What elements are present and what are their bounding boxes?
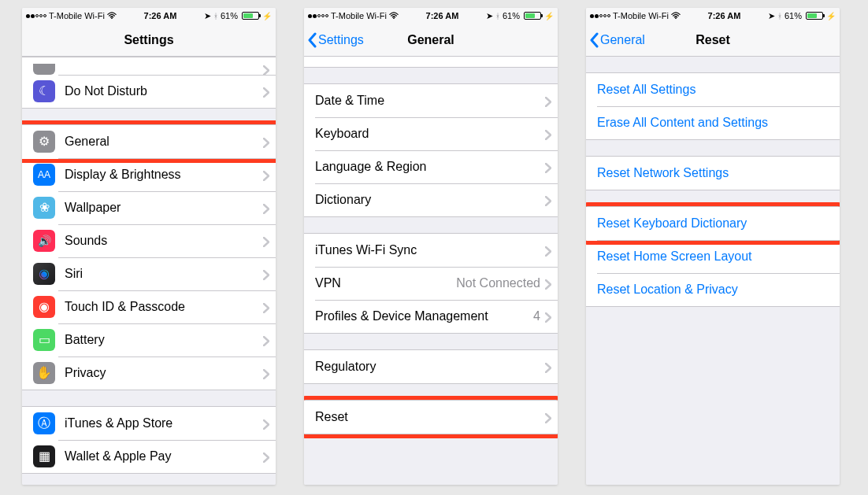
row-label: Reset All Settings (597, 83, 833, 97)
row-touchid[interactable]: ◉ Touch ID & Passcode (22, 290, 276, 323)
nav-bar: General Reset (586, 24, 840, 57)
wifi-icon (107, 12, 117, 20)
chevron-right-icon (263, 419, 269, 429)
row-detail: 4 (533, 309, 540, 323)
table-content: Date & Time Keyboard Language & Region D… (304, 57, 558, 485)
display-icon: AA (33, 164, 55, 186)
row-label: General (65, 135, 263, 149)
nav-title: Reset (696, 33, 730, 47)
chevron-right-icon (263, 269, 269, 279)
row-date-time[interactable]: Date & Time (304, 84, 558, 117)
row-regulatory[interactable]: Regulatory (304, 350, 558, 383)
row-wallpaper[interactable]: ❀ Wallpaper (22, 191, 276, 224)
wallet-icon: ▦ (33, 445, 55, 467)
chevron-right-icon (545, 412, 551, 423)
chevron-right-icon (263, 170, 269, 180)
battery-pct-label: 61% (503, 11, 520, 20)
row-label: Siri (65, 267, 263, 281)
chevron-right-icon (545, 195, 551, 205)
row-itunes-wifi-sync[interactable]: iTunes Wi-Fi Sync (304, 234, 558, 267)
table-content: Control Center ☾ Do Not Disturb ⚙ Genera… (22, 57, 276, 485)
back-button[interactable]: General (589, 24, 645, 56)
row-reset-network[interactable]: Reset Network Settings (586, 157, 840, 190)
row-reset[interactable]: Reset (304, 401, 558, 434)
row-label: Reset Network Settings (597, 166, 833, 180)
location-icon: ➤ (486, 11, 493, 21)
chevron-right-icon (545, 312, 551, 322)
chevron-right-icon (263, 368, 269, 379)
row-sounds[interactable]: 🔊 Sounds (22, 224, 276, 257)
chevron-right-icon (263, 335, 269, 345)
row-vpn[interactable]: VPN Not Connected (304, 267, 558, 300)
row-label: Regulatory (315, 360, 545, 374)
row-label: Do Not Disturb (65, 84, 263, 98)
status-bar: T-Mobile Wi-Fi 7:26 AM ➤ ᚼ 61% ⚡ (304, 8, 558, 24)
chevron-right-icon (263, 236, 269, 246)
nav-title: General (407, 33, 454, 47)
row-wallet[interactable]: ▦ Wallet & Apple Pay (22, 440, 276, 473)
dnd-icon: ☾ (33, 80, 55, 102)
general-icon: ⚙ (33, 131, 55, 153)
row-label: Keyboard (315, 127, 545, 141)
row-erase-all[interactable]: Erase All Content and Settings (586, 106, 840, 139)
row-label: VPN (315, 276, 456, 290)
row-dictionary[interactable]: Dictionary (304, 183, 558, 216)
row-display-brightness[interactable]: AA Display & Brightness (22, 158, 276, 191)
chevron-right-icon (545, 96, 551, 106)
carrier-label: T-Mobile Wi-Fi (331, 11, 387, 20)
row-keyboard[interactable]: Keyboard (304, 117, 558, 150)
sounds-icon: 🔊 (33, 230, 55, 252)
screen-settings: T-Mobile Wi-Fi 7:26 AM ➤ ᚼ 61% ⚡ Setting… (22, 8, 276, 485)
appstore-icon: Ⓐ (33, 412, 55, 434)
row-label: Privacy (65, 366, 263, 380)
row-label: Reset Home Screen Layout (597, 249, 833, 264)
row-language-region[interactable]: Language & Region (304, 150, 558, 183)
back-button[interactable]: Settings (307, 24, 364, 56)
chevron-right-icon (263, 65, 269, 75)
clock-label: 7:26 AM (144, 11, 177, 20)
wifi-icon (389, 12, 399, 20)
battery-pct-label: 61% (221, 11, 238, 20)
row-reset-keyboard-dictionary[interactable]: Reset Keyboard Dictionary (586, 207, 840, 240)
battery-icon: ▭ (33, 329, 55, 351)
row-privacy[interactable]: ✋ Privacy (22, 356, 276, 390)
wallpaper-icon: ❀ (33, 197, 55, 219)
touchid-icon: ◉ (33, 296, 55, 318)
bluetooth-icon: ᚼ (777, 12, 782, 20)
bolt-icon: ⚡ (262, 12, 272, 20)
screen-reset: T-Mobile Wi-Fi 7:26 AM ➤ ᚼ 61% ⚡ General… (586, 8, 840, 485)
nav-bar: Settings (22, 24, 276, 57)
carrier-label: T-Mobile Wi-Fi (49, 11, 105, 20)
row-siri[interactable]: ◉ Siri (22, 257, 276, 290)
row-label: iTunes Wi-Fi Sync (315, 243, 545, 257)
chevron-right-icon (545, 279, 551, 289)
signal-dots-icon (590, 14, 610, 18)
battery-icon (242, 12, 259, 20)
svg-point-0 (111, 17, 113, 19)
row-reset-location-privacy[interactable]: Reset Location & Privacy (586, 273, 840, 306)
chevron-right-icon (545, 246, 551, 256)
battery-icon (806, 12, 823, 20)
bolt-icon: ⚡ (544, 12, 554, 20)
row-general[interactable]: ⚙ General (22, 125, 276, 158)
bolt-icon: ⚡ (826, 12, 836, 20)
clock-label: 7:26 AM (708, 11, 741, 20)
row-reset-home-screen[interactable]: Reset Home Screen Layout (586, 240, 840, 273)
row-reset-all-settings[interactable]: Reset All Settings (586, 73, 840, 106)
battery-pct-label: 61% (785, 11, 802, 20)
row-label: Profiles & Device Management (315, 309, 533, 323)
chevron-right-icon (263, 203, 269, 213)
chevron-right-icon (263, 87, 269, 97)
wifi-icon (671, 12, 681, 20)
row-do-not-disturb[interactable]: ☾ Do Not Disturb (22, 75, 276, 108)
row-detail: Not Connected (456, 276, 540, 290)
row-itunes-appstore[interactable]: Ⓐ iTunes & App Store (22, 407, 276, 440)
row-control-center[interactable]: Control Center (22, 57, 276, 75)
chevron-right-icon (263, 452, 269, 462)
status-bar: T-Mobile Wi-Fi 7:26 AM ➤ ᚼ 61% ⚡ (22, 8, 276, 24)
row-label: Touch ID & Passcode (65, 300, 263, 314)
row-profiles[interactable]: Profiles & Device Management 4 (304, 300, 558, 333)
row-label: Sounds (65, 234, 263, 248)
clock-label: 7:26 AM (426, 11, 459, 20)
row-battery[interactable]: ▭ Battery (22, 323, 276, 356)
